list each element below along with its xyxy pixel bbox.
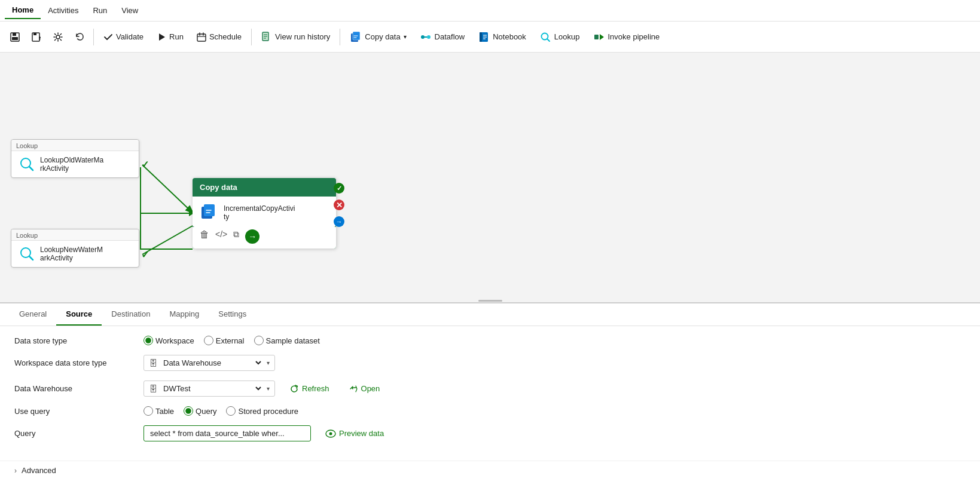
workspace-data-store-select[interactable]: 🗄 Data Warehouse ▾ [144, 355, 275, 371]
svg-rect-23 [480, 32, 482, 42]
svg-marker-8 [159, 33, 165, 41]
radio-query-input[interactable] [184, 406, 193, 416]
lookup1-node[interactable]: Lookup LookupOldWaterMarkActivity [11, 139, 139, 178]
tab-destination[interactable]: Destination [102, 303, 160, 326]
svg-point-7 [56, 35, 60, 39]
tab-source[interactable]: Source [56, 303, 102, 326]
copy-data-node-body: IncrementalCopyActivity ✓ ✕ → [193, 197, 336, 227]
lookup1-name: LookupOldWaterMarkActivity [40, 156, 106, 173]
menu-item-home[interactable]: Home [5, 2, 41, 19]
workspace-data-store-type-label: Workspace data store type [14, 358, 134, 367]
run-button[interactable]: Run [151, 29, 190, 45]
notebook-button[interactable]: Notebook [472, 28, 532, 46]
radio-sample-dataset[interactable]: Sample dataset [254, 336, 320, 345]
status-x-icon[interactable]: ✕ [334, 200, 344, 210]
query-row: Query Preview data [14, 425, 966, 441]
radio-stored-proc-label: Stored procedure [238, 407, 298, 416]
menu-item-activities[interactable]: Activities [41, 2, 86, 19]
radio-stored-procedure[interactable]: Stored procedure [226, 406, 298, 416]
notebook-label: Notebook [493, 32, 526, 41]
data-warehouse-dropdown[interactable]: DWTest [161, 383, 263, 394]
tab-general[interactable]: General [10, 303, 56, 326]
radio-external-input[interactable] [204, 336, 213, 345]
run-icon [157, 32, 166, 42]
pipeline-connectors [0, 53, 980, 302]
properties-panel: General Source Destination Mapping Setti… [0, 303, 980, 494]
refresh-button[interactable]: Refresh [285, 382, 334, 396]
pipeline-canvas[interactable]: Lookup LookupOldWaterMarkActivity ✓ Look… [0, 53, 980, 303]
copy-data-chevron: ▾ [404, 33, 407, 40]
menu-item-run[interactable]: Run [86, 2, 114, 19]
radio-workspace-label: Workspace [155, 336, 194, 345]
lookup-toolbar-button[interactable]: Lookup [533, 28, 586, 46]
resize-handle[interactable] [472, 299, 508, 302]
source-form: Data store type Workspace External Sampl… [0, 326, 980, 461]
invoke-icon [593, 31, 605, 43]
toolbar-separator-2 [251, 29, 252, 45]
preview-data-label: Preview data [339, 429, 384, 438]
refresh-label: Refresh [302, 384, 329, 393]
copy-node-clone-btn[interactable]: ⧉ [233, 229, 239, 244]
schedule-button[interactable]: Schedule [191, 29, 248, 45]
lookup2-check: ✓ [141, 249, 149, 260]
query-input[interactable] [144, 425, 311, 441]
undo-button[interactable] [69, 29, 90, 45]
svg-rect-2 [12, 37, 18, 40]
advanced-label: Advanced [22, 466, 56, 475]
dataflow-button[interactable]: Dataflow [414, 28, 471, 46]
copy-data-activity-name: IncrementalCopyActivity [224, 204, 295, 221]
save-icon [10, 32, 20, 42]
radio-query[interactable]: Query [184, 406, 216, 416]
status-check-icon[interactable]: ✓ [334, 183, 344, 194]
radio-external[interactable]: External [204, 336, 245, 345]
radio-table-input[interactable] [144, 406, 153, 416]
radio-table-label: Table [155, 407, 174, 416]
copy-data-node[interactable]: Copy data IncrementalCopyActivity ✓ ✕ → … [193, 178, 336, 248]
lookup2-body: LookupNewWaterMarkActivity [11, 241, 139, 267]
radio-workspace[interactable]: Workspace [144, 336, 194, 345]
saveas-icon [31, 32, 42, 42]
lookup2-name: LookupNewWaterMarkActivity [40, 246, 106, 262]
invoke-pipeline-button[interactable]: Invoke pipeline [587, 28, 666, 46]
use-query-controls: Table Query Stored procedure [144, 406, 298, 416]
data-store-type-controls: Workspace External Sample dataset [144, 336, 320, 345]
lookup1-type-label: Lookup [11, 140, 139, 151]
copy-data-button[interactable]: Copy data ▾ [344, 28, 412, 46]
properties-tabs: General Source Destination Mapping Setti… [0, 303, 980, 326]
run-label: Run [169, 32, 184, 41]
svg-rect-1 [13, 33, 16, 36]
tab-settings[interactable]: Settings [209, 303, 256, 326]
data-store-type-row: Data store type Workspace External Sampl… [14, 336, 966, 345]
copy-node-code-btn[interactable]: </> [215, 229, 227, 244]
menu-item-view[interactable]: View [114, 2, 145, 19]
radio-stored-proc-input[interactable] [226, 406, 236, 416]
save-as-button[interactable] [26, 29, 47, 45]
workspace-data-store-dropdown[interactable]: Data Warehouse [161, 358, 263, 368]
use-query-row: Use query Table Query Stored procedure [14, 406, 966, 416]
data-warehouse-select[interactable]: 🗄 DWTest ▾ [144, 381, 275, 397]
connector-v2 [140, 213, 141, 248]
preview-data-button[interactable]: Preview data [320, 427, 389, 440]
settings-button[interactable] [48, 29, 68, 45]
advanced-section[interactable]: › Advanced [0, 461, 980, 480]
status-arrow-icon[interactable]: → [334, 216, 344, 227]
open-button[interactable]: Open [344, 382, 385, 396]
svg-rect-4 [33, 33, 36, 35]
save-button[interactable] [5, 29, 25, 45]
svg-line-31 [142, 165, 193, 213]
validate-button[interactable]: Validate [97, 29, 149, 45]
chevron-down-icon-2: ▾ [267, 385, 270, 392]
tab-mapping[interactable]: Mapping [160, 303, 209, 326]
workspace-data-store-type-controls: 🗄 Data Warehouse ▾ [144, 355, 275, 371]
lookup2-type-label: Lookup [11, 229, 139, 241]
copy-node-delete-btn[interactable]: 🗑 [200, 229, 209, 244]
svg-marker-30 [600, 34, 604, 40]
radio-workspace-input[interactable] [144, 336, 153, 345]
use-query-label: Use query [14, 407, 134, 416]
radio-sample-input[interactable] [254, 336, 264, 345]
lookup2-node[interactable]: Lookup LookupNewWaterMarkActivity [11, 229, 139, 268]
view-run-history-button[interactable]: View run history [255, 29, 336, 45]
copy-node-go-btn[interactable]: → [245, 229, 259, 244]
radio-table[interactable]: Table [144, 406, 174, 416]
dataflow-icon [420, 31, 432, 43]
